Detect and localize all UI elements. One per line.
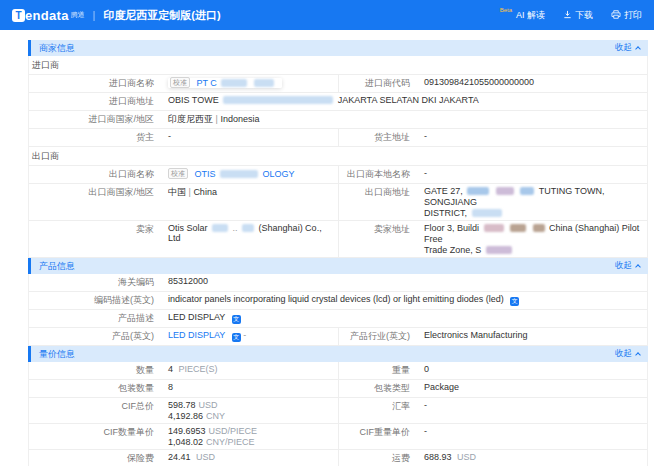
cif-weight-price-label: CIF重量单价: [339, 424, 417, 449]
insurance-value: 24.41 USD: [161, 450, 339, 466]
redaction-block: [486, 246, 512, 254]
product-en-label: 产品(英文): [29, 328, 161, 345]
field-row: 产品(英文) LED DISPLAY 文 - 产品行业(英文) Electron…: [29, 328, 647, 346]
exporter-group-label: 出口商: [29, 147, 647, 166]
field-row: CIF总价 598.78USD 4,192.86CNY 汇率 -: [29, 398, 647, 424]
topbar-divider: |: [93, 10, 96, 21]
cif-total-value: 598.78USD 4,192.86CNY: [161, 398, 339, 423]
field-row: 进口商名称 校准 PT C 进口商代码 09130984210550000000…: [29, 75, 647, 93]
brand-name: endata: [25, 8, 69, 23]
section-pricing-body: 数量 4 PIECE(S) 重量 0 包装数量 8 包装类型 Package C…: [28, 362, 648, 466]
country-separator: |: [216, 114, 218, 124]
field-row: 编码描述(英文) indicator panels incorporating …: [29, 292, 647, 310]
importer-code-value: 0913098421055000000000: [417, 75, 647, 92]
weight-value: 0: [417, 362, 647, 379]
download-label: 下载: [575, 9, 593, 22]
seller-address-label: 卖家地址: [339, 221, 417, 257]
collapse-pricing-button[interactable]: 收起: [615, 348, 640, 360]
redaction-block: [223, 96, 333, 104]
field-row: 进口商地址 OBIS TOWE JAKARTA SELATAN DKI JAKA…: [29, 93, 647, 111]
translate-icon[interactable]: 文: [510, 297, 519, 306]
translate-icon[interactable]: 文: [232, 315, 241, 324]
redaction-block: [467, 187, 489, 195]
importer-country-label: 进口商国家/地区: [29, 111, 161, 128]
section-pricing-header: 量价信息 收起: [28, 346, 648, 362]
insurance-unit: USD: [196, 452, 215, 462]
exporter-name-link-end[interactable]: OLOGY: [263, 169, 295, 179]
owner-label: 货主: [29, 129, 161, 146]
calibrated-badge: 校准: [168, 168, 188, 179]
freight-label: 运费: [339, 450, 417, 466]
cif-unit-price-label: CIF数量单价: [29, 424, 161, 449]
topbar: T endata 腾道 | 印度尼西亚定制版(进口) Beta AI 解读 下载…: [0, 0, 654, 30]
hs-code-value: 85312000: [161, 274, 647, 291]
cif-unit-price-value: 149.6953USD/PIECE 1,048.02CNY/PIECE: [161, 424, 339, 449]
redaction-block: [533, 224, 545, 232]
field-row: 包装数量 8 包装类型 Package: [29, 380, 647, 398]
industry-value: Electronics Manufacturing: [417, 328, 647, 345]
redaction-block: [472, 209, 502, 217]
product-en-link[interactable]: LED DISPLAY: [168, 330, 225, 340]
weight-label: 重量: [339, 362, 417, 379]
package-type-value: Package: [417, 380, 647, 397]
cif-total-cny-unit: CNY: [206, 411, 225, 421]
owner-value: -: [161, 129, 339, 146]
importer-country-en: Indonesia: [220, 114, 259, 124]
collapse-label: 收起: [615, 260, 632, 272]
exporter-address-line2: DISTRICT,: [424, 208, 467, 218]
freight-value: 688.93 USD: [417, 450, 647, 466]
field-row: 卖家 Otis Solar .. (Shanghai) Co., Ltd 卖家地…: [29, 221, 647, 258]
section-pricing-title: 量价信息: [39, 348, 75, 361]
exporter-name-link-start[interactable]: OTIS: [195, 169, 216, 179]
section-product-title: 产品信息: [39, 260, 75, 273]
importer-name-link[interactable]: PT C: [197, 78, 217, 88]
chevron-up-icon: [635, 46, 641, 52]
package-qty-value: 8: [161, 380, 339, 397]
redaction-block: [221, 79, 247, 87]
redaction-block: [520, 187, 534, 195]
cif-unit-usd-unit: USD/PIECE: [209, 426, 258, 436]
exporter-local-name-value: -: [417, 166, 647, 183]
redaction-block: [510, 224, 526, 232]
hs-desc-label: 编码描述(英文): [29, 292, 161, 309]
printer-icon: [611, 10, 621, 21]
section-product: 产品信息 收起 海关编码 85312000 编码描述(英文) indicator…: [28, 258, 648, 346]
cif-unit-cny: 1,048.02: [168, 437, 203, 447]
beta-badge: Beta: [500, 7, 512, 13]
field-row: 数量 4 PIECE(S) 重量 0: [29, 362, 647, 380]
brand-subtitle: 腾道: [71, 10, 85, 20]
cif-total-cny: 4,192.86: [168, 411, 203, 421]
translate-icon[interactable]: 文: [232, 333, 241, 342]
section-business-header: 商家信息 收起: [28, 40, 648, 56]
exporter-address-label: 出口商地址: [339, 184, 417, 220]
section-pricing: 量价信息 收起 数量 4 PIECE(S) 重量 0 包装数量 8 包装类型 P…: [28, 346, 648, 466]
seller-name-start: Otis Solar: [168, 223, 208, 233]
importer-address-end: JAKARTA SELATAN DKI JAKARTA: [338, 95, 479, 105]
quantity-value: 4 PIECE(S): [161, 362, 339, 379]
section-product-header: 产品信息 收起: [28, 258, 648, 274]
importer-code-label: 进口商代码: [339, 75, 417, 92]
importer-address-label: 进口商地址: [29, 93, 161, 110]
cif-unit-usd: 149.6953: [168, 426, 206, 436]
field-row: 出口商国家/地区 中国 | China 出口商地址 GATE 27, TUTIN…: [29, 184, 647, 221]
cif-total-usd-unit: USD: [199, 400, 218, 410]
collapse-product-button[interactable]: 收起: [615, 260, 640, 272]
field-row: 进口商国家/地区 印度尼西亚 | Indonesia: [29, 111, 647, 129]
tendata-logo: T endata 腾道: [12, 8, 85, 23]
exporter-address-value: GATE 27, TUTING TOWN, SONGJIANG DISTRICT…: [417, 184, 647, 220]
redaction-block: [220, 170, 258, 178]
field-row: 保险费 24.41 USD 运费 688.93 USD: [29, 450, 647, 466]
hs-code-label: 海关编码: [29, 274, 161, 291]
print-button[interactable]: 打印: [611, 9, 642, 22]
owner-address-value: -: [417, 129, 647, 146]
chevron-up-icon: [635, 352, 641, 358]
quantity-number: 4: [168, 364, 173, 374]
owner-address-label: 货主地址: [339, 129, 417, 146]
ai-interpret-button[interactable]: Beta AI 解读: [500, 9, 545, 22]
download-icon: [563, 10, 572, 21]
country-separator: |: [189, 187, 191, 197]
package-qty-label: 包装数量: [29, 380, 161, 397]
collapse-label: 收起: [615, 42, 632, 54]
download-button[interactable]: 下载: [563, 9, 593, 22]
collapse-business-button[interactable]: 收起: [615, 42, 640, 54]
